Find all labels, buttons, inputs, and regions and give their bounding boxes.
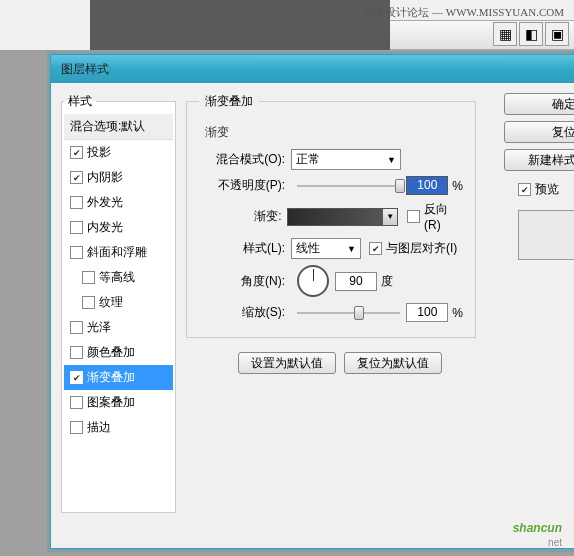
style-item-label: 颜色叠加 [87, 344, 135, 361]
make-default-button[interactable]: 设置为默认值 [238, 352, 336, 374]
opacity-unit: % [452, 179, 463, 193]
angle-unit: 度 [381, 273, 393, 290]
dialog-titlebar[interactable]: 图层样式 [51, 55, 574, 83]
tool-icon-1[interactable]: ▦ [493, 22, 517, 46]
style-checkbox[interactable] [70, 396, 83, 409]
blend-mode-select[interactable]: 正常▼ [291, 149, 401, 170]
tool-icon-3[interactable]: ▣ [545, 22, 569, 46]
header-watermark: 思缘设计论坛 — WWW.MISSYUAN.COM [363, 5, 564, 20]
gradient-sublabel: 渐变 [205, 124, 463, 141]
reverse-label: 反向(R) [424, 201, 463, 232]
style-label: 样式(L): [199, 240, 291, 257]
style-checkbox[interactable] [70, 221, 83, 234]
style-item-label: 内阴影 [87, 169, 123, 186]
style-item-7[interactable]: 光泽 [64, 315, 173, 340]
style-item-0[interactable]: 投影 [64, 140, 173, 165]
opacity-slider[interactable] [297, 185, 400, 187]
style-item-1[interactable]: 内阴影 [64, 165, 173, 190]
style-item-label: 光泽 [87, 319, 111, 336]
chevron-down-icon: ▼ [387, 155, 396, 165]
style-item-11[interactable]: 描边 [64, 415, 173, 440]
ok-button[interactable]: 确定 [504, 93, 574, 115]
style-checkbox[interactable] [82, 271, 95, 284]
scale-input[interactable]: 100 [406, 303, 448, 322]
style-item-label: 图案叠加 [87, 394, 135, 411]
style-item-label: 纹理 [99, 294, 123, 311]
gradient-dropdown[interactable]: ▼ [382, 208, 397, 226]
style-checkbox[interactable] [82, 296, 95, 309]
style-item-label: 斜面和浮雕 [87, 244, 147, 261]
tool-icon-2[interactable]: ◧ [519, 22, 543, 46]
preview-label: 预览 [535, 181, 559, 198]
style-item-label: 描边 [87, 419, 111, 436]
main-legend: 渐变叠加 [199, 93, 259, 110]
styles-panel: 样式 混合选项:默认 投影内阴影外发光内发光斜面和浮雕等高线纹理光泽颜色叠加渐变… [61, 93, 176, 538]
style-item-10[interactable]: 图案叠加 [64, 390, 173, 415]
style-item-2[interactable]: 外发光 [64, 190, 173, 215]
dialog-title: 图层样式 [61, 61, 109, 78]
angle-dial[interactable] [297, 265, 329, 297]
blending-options-row[interactable]: 混合选项:默认 [64, 114, 173, 140]
opacity-label: 不透明度(P): [199, 177, 291, 194]
style-item-label: 内发光 [87, 219, 123, 236]
scale-slider[interactable] [297, 312, 400, 314]
gradient-overlay-panel: 渐变叠加 渐变 混合模式(O): 正常▼ 不透明度(P): 100 % 渐变: [186, 93, 494, 538]
opacity-input[interactable]: 100 [406, 176, 448, 195]
style-item-5[interactable]: 等高线 [64, 265, 173, 290]
style-item-label: 等高线 [99, 269, 135, 286]
angle-input[interactable]: 90 [335, 272, 377, 291]
styles-legend: 样式 [64, 93, 96, 110]
new-style-button[interactable]: 新建样式 [504, 149, 574, 171]
style-checkbox[interactable] [70, 171, 83, 184]
right-buttons: 确定 复位 新建样式 预览 [504, 93, 574, 538]
style-checkbox[interactable] [70, 346, 83, 359]
style-item-8[interactable]: 颜色叠加 [64, 340, 173, 365]
blend-mode-label: 混合模式(O): [199, 151, 291, 168]
style-checkbox[interactable] [70, 146, 83, 159]
preview-swatch [518, 210, 574, 260]
scale-label: 缩放(S): [199, 304, 291, 321]
style-checkbox[interactable] [70, 321, 83, 334]
style-select[interactable]: 线性▼ [291, 238, 361, 259]
style-item-3[interactable]: 内发光 [64, 215, 173, 240]
reset-default-button[interactable]: 复位为默认值 [344, 352, 442, 374]
scale-unit: % [452, 306, 463, 320]
style-checkbox[interactable] [70, 246, 83, 259]
style-checkbox[interactable] [70, 371, 83, 384]
reverse-checkbox[interactable] [407, 210, 420, 223]
chevron-down-icon: ▼ [347, 244, 356, 254]
layer-style-dialog: 图层样式 样式 混合选项:默认 投影内阴影外发光内发光斜面和浮雕等高线纹理光泽颜… [50, 54, 574, 549]
style-item-6[interactable]: 纹理 [64, 290, 173, 315]
gradient-label: 渐变: [199, 208, 287, 225]
style-checkbox[interactable] [70, 196, 83, 209]
style-item-label: 渐变叠加 [87, 369, 135, 386]
cancel-button[interactable]: 复位 [504, 121, 574, 143]
style-item-9[interactable]: 渐变叠加 [64, 365, 173, 390]
align-label: 与图层对齐(I) [386, 240, 457, 257]
style-item-label: 外发光 [87, 194, 123, 211]
align-checkbox[interactable] [369, 242, 382, 255]
canvas-dark [90, 0, 390, 50]
gradient-preview[interactable] [287, 208, 383, 226]
preview-checkbox[interactable] [518, 183, 531, 196]
toolbar-icons: ▦ ◧ ▣ [493, 22, 569, 46]
style-checkbox[interactable] [70, 421, 83, 434]
style-item-label: 投影 [87, 144, 111, 161]
angle-label: 角度(N): [199, 273, 291, 290]
style-item-4[interactable]: 斜面和浮雕 [64, 240, 173, 265]
